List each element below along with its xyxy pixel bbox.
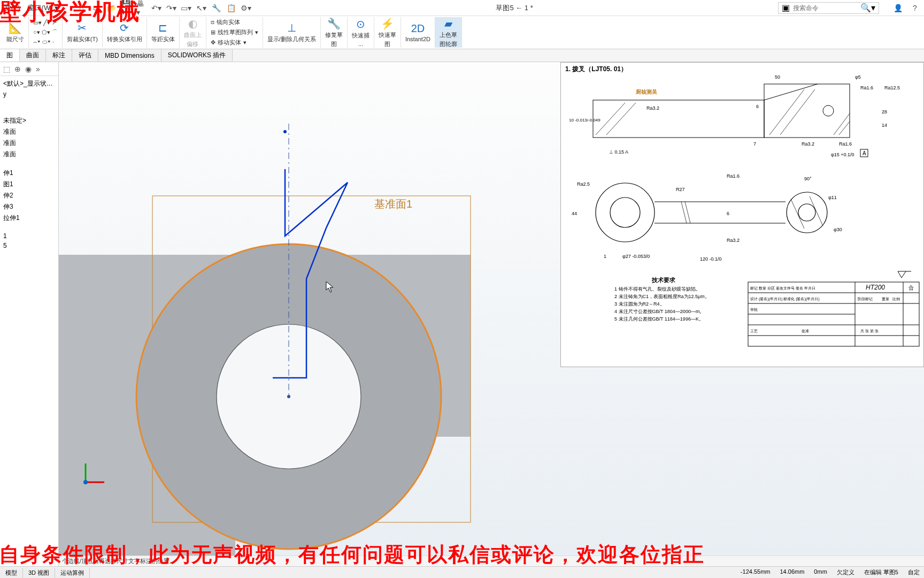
tree-plane2[interactable]: 准面 <box>1 138 57 149</box>
tree-extrude2[interactable]: 伸2 <box>1 190 57 201</box>
ribbon-shaded-sketch[interactable]: ▰上色草图轮廓 <box>435 17 462 48</box>
svg-point-43 <box>798 204 815 221</box>
tab-model[interactable]: 模型 <box>0 568 23 578</box>
svg-line-17 <box>769 89 804 135</box>
tab-sketch[interactable]: 图 <box>0 49 20 62</box>
print-icon[interactable]: 🖶▾ <box>136 3 146 13</box>
svg-line-20 <box>839 121 850 135</box>
svg-text:φ5: φ5 <box>855 74 861 80</box>
ribbon-convert[interactable]: ⟳转换实体引用 <box>103 17 147 48</box>
arrow-icon[interactable]: ↖▾ <box>196 3 206 13</box>
tree-plane1[interactable]: 准面 <box>1 126 57 138</box>
tab-motion[interactable]: 运动算例 <box>55 568 90 578</box>
ribbon-sketch-tools[interactable]: ▭▾ ╱▾ ↗ ○▾ ⬠▾ ⌒ ⌢▾ ⬭▾ · <box>29 17 63 48</box>
tree-y[interactable]: y <box>1 89 57 99</box>
tree-boss[interactable]: 拉伸1 <box>1 212 57 224</box>
select-icon[interactable]: ▭▾ <box>181 3 191 13</box>
ribbon-offset[interactable]: ⊏等距实体 <box>147 17 180 48</box>
svg-text:28: 28 <box>882 109 887 115</box>
menu-window-dropdown[interactable]: 窗口(W) ▾ <box>28 3 59 13</box>
status-auto: 自定 <box>908 568 920 576</box>
svg-text:工艺: 工艺 <box>750 329 758 333</box>
svg-text:φ15 +0.1/0: φ15 +0.1/0 <box>831 152 854 157</box>
svg-text:φ27 -0.053/0: φ27 -0.053/0 <box>622 254 650 259</box>
expand-icon[interactable]: » <box>36 65 40 73</box>
ribbon-relations[interactable]: ⊥显示/删除几何关系 <box>263 17 321 48</box>
svg-text:标记 数量 分区 更改文件号 签名 年月日: 标记 数量 分区 更改文件号 签名 年月日 <box>750 286 815 291</box>
tree-extrude1[interactable]: 伸1 <box>1 168 57 179</box>
status-x: -124.55mm <box>741 568 771 576</box>
svg-text:1 铸件不得有气孔、裂纹及砂眼等缺陷。: 1 铸件不得有气孔、裂纹及砂眼等缺陷。 <box>614 286 700 292</box>
ribbon-mirror-pattern[interactable]: ⧈ 镜向实体 ⊞ 线性草图阵列 ▾ ✥ 移动实体 ▾ <box>206 17 263 48</box>
svg-text:Ra3.2: Ra3.2 <box>646 105 659 111</box>
feature-tree-icon[interactable]: ⬚ <box>3 65 10 73</box>
options-icon[interactable]: 📋 <box>226 3 236 13</box>
status-editing: 在编辑 草图5 <box>864 568 898 576</box>
graphics-viewport[interactable]: 🔍 ⊡ 🧊 ▦ ◧ ☀ 👁 <box>59 62 924 566</box>
svg-text:50: 50 <box>775 74 780 80</box>
tab-plugins[interactable]: SOLIDWORKS 插件 <box>161 49 233 62</box>
ribbon-rapid[interactable]: ⚡快速草图 <box>374 17 401 48</box>
undo-icon[interactable]: ↶▾ <box>151 3 161 13</box>
svg-text:14: 14 <box>882 123 887 128</box>
svg-point-38 <box>596 183 654 242</box>
svg-text:Ra3.2: Ra3.2 <box>727 238 740 243</box>
svg-point-42 <box>787 192 827 233</box>
svg-text:φ11: φ11 <box>828 195 837 200</box>
ribbon-quicksnap[interactable]: ⊙快速捕... <box>348 17 374 48</box>
tree-unspecified[interactable]: 未指定> <box>1 115 57 126</box>
home-icon[interactable]: ⌂ <box>76 3 86 13</box>
svg-point-6 <box>287 395 290 398</box>
feature-manager-tabs[interactable]: ⬚ ⊕ ◉ » <box>0 62 58 76</box>
tree-plane3[interactable]: 准面 <box>1 149 57 160</box>
ribbon-smart-dimension[interactable]: 📐能尺寸 <box>2 17 29 48</box>
open-icon[interactable]: 📂 <box>106 3 116 13</box>
status-bar: -124.55mm 14.06mm 0mm 欠定义 在编辑 草图5 自定 <box>0 566 924 578</box>
command-tabs: 图 曲面 标注 评估 MBD Dimensions SOLIDWORKS 插件 <box>0 49 924 62</box>
bottom-view-tabs[interactable]: 模型 3D 视图 运动算例 <box>0 568 90 578</box>
redo-icon[interactable]: ↷▾ <box>166 3 176 13</box>
feature-tree[interactable]: <默认>_显示状态 1 y 未指定> 准面 准面 准面 伸1 图1 伸2 伸3 … <box>0 76 58 566</box>
tab-surface[interactable]: 曲面 <box>20 49 46 62</box>
tab-3dview[interactable]: 3D 视图 <box>23 568 55 578</box>
svg-text:6: 6 <box>727 211 729 216</box>
tree-extrude3[interactable]: 伸3 <box>1 201 57 212</box>
prompt-hint: 个边线/顶点后再选择尺寸文字标注的位置。 <box>59 556 924 566</box>
settings-icon[interactable]: ⚙▾ <box>241 3 251 13</box>
save-icon[interactable]: 💾▾ <box>121 3 131 13</box>
rebuild-icon[interactable]: 🔧 <box>211 3 221 13</box>
svg-line-18 <box>780 89 815 135</box>
search-box[interactable]: ▣ 🔍▾ <box>778 2 879 14</box>
tab-annotate[interactable]: 标注 <box>46 49 72 62</box>
svg-text:技术要求: 技术要求 <box>651 277 676 283</box>
menu-file[interactable]: 文(F) <box>4 3 20 13</box>
ribbon-instant2d[interactable]: 2DInstant2D <box>401 17 435 48</box>
display-icon[interactable]: ◉ <box>25 65 32 73</box>
ribbon-repair[interactable]: 🔧修复草图 <box>321 17 348 48</box>
tab-mbd[interactable]: MBD Dimensions <box>98 49 161 62</box>
user-icon[interactable]: 👤 <box>893 3 903 13</box>
tree-feat5[interactable]: 5 <box>1 241 57 250</box>
svg-text:Ra3.2: Ra3.2 <box>802 141 814 147</box>
status-z: 0mm <box>814 568 827 576</box>
status-y: 14.06mm <box>780 568 805 576</box>
config-icon[interactable]: ⊕ <box>14 65 21 73</box>
svg-rect-11 <box>593 100 764 138</box>
svg-text:审核: 审核 <box>750 308 758 312</box>
feature-manager: ⬚ ⊕ ◉ » <默认>_显示状态 1 y 未指定> 准面 准面 准面 伸1 图… <box>0 62 59 566</box>
tab-evaluate[interactable]: 评估 <box>72 49 98 62</box>
tree-sketch1[interactable]: 图1 <box>1 179 57 190</box>
document-title: 草图5 ← 1 * <box>496 3 533 13</box>
menu-bar: 文(F) 窗口(W) ▾ ⌂ ▭ 📂 💾▾ 🖶▾ ↶▾ ↷▾ ▭▾ ↖▾ 🔧 📋… <box>0 0 924 16</box>
help-icon[interactable]: ? <box>910 3 920 13</box>
svg-rect-12 <box>764 84 850 138</box>
search-icon[interactable]: 🔍▾ <box>860 3 875 13</box>
search-input[interactable] <box>793 4 857 12</box>
new-icon[interactable]: ▭ <box>91 3 101 13</box>
tree-display-state[interactable]: <默认>_显示状态 1 <box>1 78 57 89</box>
move-icon: ✥ <box>211 39 215 46</box>
ribbon-surface-offset[interactable]: ◐曲面上偏移 <box>180 17 206 48</box>
ribbon-trim[interactable]: ✂剪裁实体(T) <box>63 17 103 48</box>
tree-feat1[interactable]: 1 <box>1 231 57 241</box>
svg-text:3 未注圆角为R2～R4。: 3 未注圆角为R2～R4。 <box>614 301 665 307</box>
